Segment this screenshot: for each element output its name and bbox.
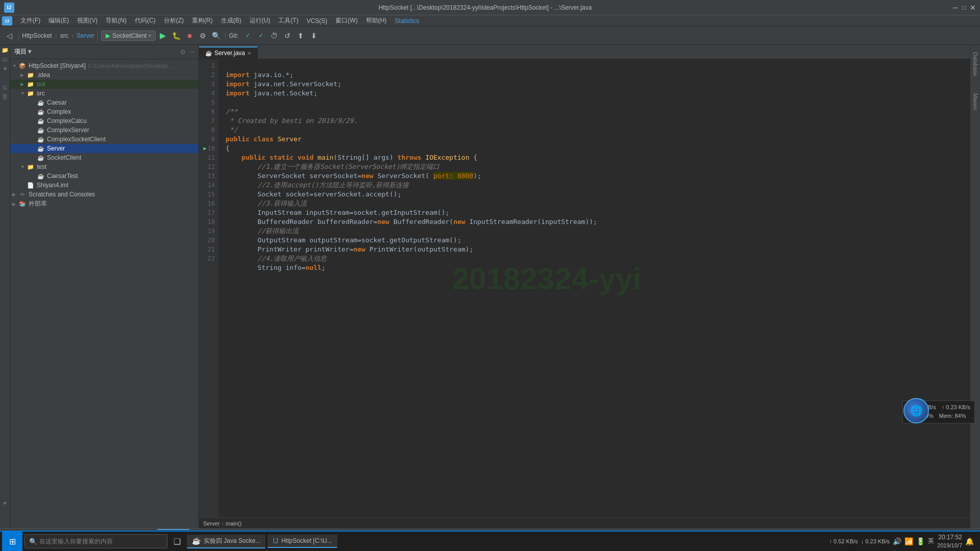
menu-build[interactable]: 生成(B) bbox=[217, 15, 246, 26]
tree-socketclient[interactable]: ☕ SocketClient bbox=[10, 153, 199, 162]
tree-caesar[interactable]: ☕ Caesar bbox=[10, 98, 199, 107]
line-num-8: 8 bbox=[199, 126, 215, 135]
git-check[interactable]: ✓ bbox=[241, 30, 254, 42]
app-icon: IJ bbox=[4, 3, 14, 13]
menu-run[interactable]: 运行(U) bbox=[246, 15, 275, 26]
tree-out[interactable]: ▶ 📁 out bbox=[10, 80, 199, 89]
line-num-7: 7 bbox=[199, 116, 215, 126]
project-panel: 项目 ▾ ⚙ ─ ▼ 📦 HttpSocket [Shiyan4] C:\Use… bbox=[10, 45, 199, 529]
favorites-icon[interactable]: ★ bbox=[1, 65, 9, 73]
tray-icon2[interactable]: 📶 bbox=[904, 537, 913, 545]
taskbar: ⊞ 🔍 在这里输入你要搜索的内容 ❑ ☕ 实验四 Java Socke... I… bbox=[0, 531, 980, 551]
tab-close-icon[interactable]: ✕ bbox=[247, 51, 251, 56]
breadcrumb-sep: › bbox=[55, 32, 57, 39]
structure-icon[interactable]: 🗂 bbox=[1, 56, 9, 64]
tree-complexserver[interactable]: ☕ ComplexServer bbox=[10, 126, 199, 135]
debug-button[interactable]: 🐛 bbox=[170, 30, 182, 42]
line-num-16: 16 bbox=[199, 199, 215, 208]
tree-extlib[interactable]: ▶ 📚 外部库 bbox=[10, 199, 199, 209]
menu-navigate[interactable]: 导航(N) bbox=[102, 15, 131, 26]
git-icon[interactable]: G bbox=[1, 85, 9, 93]
line-numbers: 1 2 3 4 5 6 7 8 9 ▶10 11 12 13 14 15 16 … bbox=[199, 59, 219, 517]
git-rollback[interactable]: ↺ bbox=[281, 30, 293, 42]
src-name: src bbox=[37, 90, 45, 97]
root-folder-icon: 📦 bbox=[18, 62, 27, 70]
menu-help[interactable]: 帮助(H) bbox=[362, 15, 391, 26]
taskbar-app2[interactable]: IJ HttpSocket [C:\U... bbox=[267, 535, 337, 548]
tree-complex[interactable]: ☕ Complex bbox=[10, 107, 199, 116]
right-maven-icon[interactable]: Maven bbox=[972, 93, 978, 110]
clock-widget[interactable]: 20:17:52 2019/10/7 bbox=[937, 534, 962, 549]
menu-vcs[interactable]: VCS(S) bbox=[303, 16, 332, 26]
menu-refactor[interactable]: 重构(R) bbox=[188, 15, 217, 26]
git-buttons: Git: ✓ ✓ ⏱ ↺ ⬆ ⬇ bbox=[229, 30, 320, 42]
minimize-panel-icon[interactable]: ─ bbox=[190, 48, 194, 56]
git-pull[interactable]: ⬇ bbox=[308, 30, 320, 42]
menu-edit[interactable]: 编辑(E) bbox=[44, 15, 73, 26]
windows-icon: ⊞ bbox=[9, 537, 16, 546]
tab-icon: ☕ bbox=[205, 50, 212, 57]
tree-iml[interactable]: 📄 Shiyan4.iml bbox=[10, 181, 199, 190]
menu-statistics[interactable]: Statistics bbox=[390, 16, 423, 26]
menu-file[interactable]: 文件(F) bbox=[16, 15, 44, 26]
settings-icon[interactable]: ⚙ bbox=[180, 48, 186, 56]
build-button[interactable]: ⚙ bbox=[197, 30, 209, 42]
sep3 bbox=[225, 31, 226, 41]
database-icon[interactable]: 🗄 bbox=[1, 94, 9, 102]
server-icon: ☕ bbox=[37, 144, 45, 153]
git-push[interactable]: ⬆ bbox=[295, 30, 307, 42]
line-num-1: 1 bbox=[199, 61, 215, 70]
git-check2[interactable]: ✓ bbox=[255, 30, 267, 42]
tree-root[interactable]: ▼ 📦 HttpSocket [Shiyan4] C:\Users\Admini… bbox=[10, 61, 199, 70]
taskbar-app1[interactable]: ☕ 实验四 Java Socke... bbox=[187, 535, 265, 548]
title-text: HttpSocket [...\Desktop\20182324-yyi\Ide… bbox=[17, 4, 953, 11]
breadcrumb-sep2: › bbox=[71, 32, 74, 39]
stop-button[interactable]: ■ bbox=[183, 30, 195, 42]
notification-icon[interactable]: 🔔 bbox=[965, 537, 974, 545]
back-button[interactable]: ◁ bbox=[3, 30, 15, 42]
run-config-selector[interactable]: ▶ SocketClient ▾ bbox=[101, 31, 156, 41]
net-up-label: ↓ 0.23 KB/s bbox=[861, 538, 890, 544]
tree-caesartest[interactable]: ☕ CaesarTest bbox=[10, 171, 199, 181]
caesartest-icon: ☕ bbox=[37, 172, 45, 180]
tree-src[interactable]: ▼ 📁 src bbox=[10, 89, 199, 98]
menu-view[interactable]: 视图(V) bbox=[73, 15, 102, 26]
run-button[interactable]: ▶ bbox=[157, 30, 169, 42]
menu-analyze[interactable]: 分析(Z) bbox=[160, 15, 188, 26]
input-method-label[interactable]: 英 bbox=[928, 537, 934, 545]
breadcrumb-main[interactable]: main() bbox=[226, 520, 241, 527]
tree-test[interactable]: ▼ 📁 test bbox=[10, 162, 199, 171]
taskview-button[interactable]: ❑ bbox=[169, 535, 185, 548]
favorites-bottom-icon[interactable]: ♥ bbox=[1, 500, 9, 508]
breadcrumb-server[interactable]: Server bbox=[203, 520, 219, 527]
tree-complexcalcu[interactable]: ☕ ComplexCalcu bbox=[10, 116, 199, 126]
maximize-button[interactable]: □ bbox=[962, 4, 966, 11]
project-icon[interactable]: 📁 bbox=[1, 47, 9, 55]
search-bar[interactable]: 🔍 在这里输入你要搜索的内容 bbox=[24, 534, 167, 548]
git-label: Git: bbox=[229, 32, 238, 39]
line-num-5: 5 bbox=[199, 98, 215, 107]
minimize-button[interactable]: ─ bbox=[953, 4, 958, 12]
tree-idea[interactable]: ▶ 📁 .idea bbox=[10, 70, 199, 80]
close-button[interactable]: ✕ bbox=[970, 4, 976, 12]
git-history[interactable]: ⏱ bbox=[268, 30, 280, 42]
right-database-icon[interactable]: Database bbox=[972, 52, 978, 76]
menu-tools[interactable]: 工具(T) bbox=[274, 15, 302, 26]
line-num-9: 9 bbox=[199, 135, 215, 144]
search-icon: 🔍 bbox=[29, 538, 37, 545]
start-button[interactable]: ⊞ bbox=[2, 531, 22, 551]
menu-code[interactable]: 代码(C) bbox=[131, 15, 160, 26]
tray-icon3[interactable]: 🔋 bbox=[916, 537, 925, 545]
search-everywhere[interactable]: 🔍 bbox=[210, 30, 222, 42]
server-name: Server bbox=[47, 145, 65, 152]
menu-window[interactable]: 窗口(W) bbox=[331, 15, 361, 26]
tree-server[interactable]: ☕ Server bbox=[10, 144, 199, 153]
code-editor[interactable]: import java.io.*; import java.net.Server… bbox=[219, 59, 970, 517]
app-logo: IJ bbox=[2, 16, 12, 26]
tray-icon1[interactable]: 🔊 bbox=[893, 537, 901, 545]
net-down-label: ↑ 0.52 KB/s bbox=[829, 538, 858, 544]
server-tab[interactable]: ☕ Server.java ✕ bbox=[199, 46, 258, 59]
window-controls: ─ □ ✕ bbox=[953, 4, 976, 12]
tree-complexsocket[interactable]: ☕ ComplexSocketClient bbox=[10, 135, 199, 144]
tree-scratches[interactable]: ▶ ✏ Scratches and Consoles bbox=[10, 190, 199, 199]
